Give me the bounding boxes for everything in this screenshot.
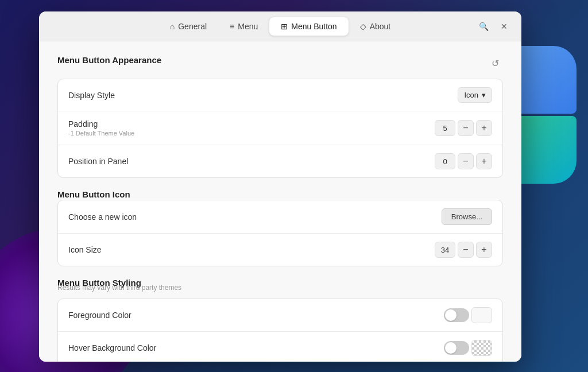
icon-size-row: Icon Size 34 − +	[58, 234, 502, 266]
choose-icon-label: Choose a new icon	[68, 212, 137, 222]
padding-label-group: Padding -1 Default Theme Value	[68, 119, 134, 137]
choose-icon-row: Choose a new icon Browse...	[58, 200, 502, 234]
position-increment-button[interactable]: +	[476, 153, 492, 169]
appearance-section-header: Menu Button Appearance ↺	[57, 55, 503, 72]
titlebar-actions: 🔍 ✕	[475, 18, 512, 34]
position-row: Position in Panel 0 − +	[58, 145, 502, 177]
search-button[interactable]: 🔍	[475, 18, 492, 34]
display-style-row: Display Style Icon ▾	[58, 79, 502, 111]
icon-size-control: 34 − +	[435, 242, 492, 258]
tab-general[interactable]: ⌂ General	[158, 17, 218, 36]
padding-control: 5 − +	[435, 120, 492, 136]
tab-menu[interactable]: ≡ Menu	[218, 17, 269, 36]
tab-general-label: General	[178, 22, 207, 31]
menu-icon: ≡	[230, 22, 234, 31]
styling-card: Foreground Color Hover Background Color …	[57, 299, 503, 362]
close-icon: ✕	[501, 22, 508, 31]
styling-section-header: Menu Button Styling Results may vary wit…	[57, 278, 503, 292]
home-icon: ⌂	[170, 22, 175, 31]
tab-menu-button-label: Menu Button	[291, 22, 336, 31]
main-content: Menu Button Appearance ↺ Display Style I…	[39, 41, 521, 362]
position-label: Position in Panel	[68, 157, 128, 166]
hover-bg-color-toggle[interactable]	[444, 341, 469, 355]
display-style-value: Icon	[464, 91, 478, 99]
browse-button[interactable]: Browse...	[442, 208, 492, 225]
foreground-color-row: Foreground Color	[58, 299, 502, 332]
appearance-card: Display Style Icon ▾ Padding -1 Default …	[57, 79, 503, 178]
icon-size-label: Icon Size	[68, 245, 102, 254]
icon-card: Choose a new icon Browse... Icon Size 34…	[57, 200, 503, 266]
tab-bar: ⌂ General ≡ Menu ⊞ Menu Button ◇ About	[158, 17, 402, 36]
search-icon: 🔍	[479, 22, 489, 31]
padding-label: Padding	[68, 119, 134, 129]
display-style-label: Display Style	[68, 91, 115, 100]
icon-size-increment-button[interactable]: +	[476, 242, 492, 258]
settings-window: ⌂ General ≡ Menu ⊞ Menu Button ◇ About 🔍…	[39, 11, 521, 362]
tab-menu-button[interactable]: ⊞ Menu Button	[269, 17, 348, 36]
padding-decrement-button[interactable]: −	[458, 120, 474, 136]
padding-increment-button[interactable]: +	[476, 120, 492, 136]
tab-menu-label: Menu	[238, 22, 258, 31]
close-button[interactable]: ✕	[496, 18, 512, 34]
hover-bg-color-swatch[interactable]	[471, 340, 492, 356]
tab-about-label: About	[370, 22, 391, 31]
reset-button[interactable]: ↺	[487, 56, 503, 72]
position-decrement-button[interactable]: −	[458, 153, 474, 169]
position-value: 0	[435, 153, 455, 169]
padding-row: Padding -1 Default Theme Value 5 − +	[58, 111, 502, 145]
icon-size-decrement-button[interactable]: −	[458, 242, 474, 258]
hover-bg-color-label: Hover Background Color	[68, 343, 156, 352]
padding-sublabel: -1 Default Theme Value	[68, 130, 134, 137]
display-style-control: Icon ▾	[458, 87, 492, 103]
hover-bg-color-row: Hover Background Color	[58, 332, 502, 362]
titlebar: ⌂ General ≡ Menu ⊞ Menu Button ◇ About 🔍…	[39, 11, 521, 41]
position-control: 0 − +	[435, 153, 492, 169]
foreground-color-swatch[interactable]	[471, 307, 492, 323]
icon-size-value: 34	[435, 242, 455, 258]
tab-about[interactable]: ◇ About	[349, 17, 403, 36]
chevron-down-icon: ▾	[482, 91, 486, 99]
padding-value: 5	[435, 120, 455, 136]
diamond-icon: ◇	[360, 22, 366, 31]
foreground-color-label: Foreground Color	[68, 311, 131, 320]
display-style-dropdown[interactable]: Icon ▾	[458, 87, 492, 103]
foreground-color-control	[444, 307, 492, 323]
appearance-section-title: Menu Button Appearance	[57, 55, 161, 65]
grid-icon: ⊞	[281, 22, 288, 31]
hover-bg-color-control	[444, 340, 492, 356]
styling-section-subtitle: Results may vary with third party themes	[57, 284, 503, 292]
icon-section-header: Menu Button Icon	[57, 189, 503, 200]
foreground-color-toggle[interactable]	[444, 308, 469, 322]
icon-section-title: Menu Button Icon	[57, 189, 130, 199]
